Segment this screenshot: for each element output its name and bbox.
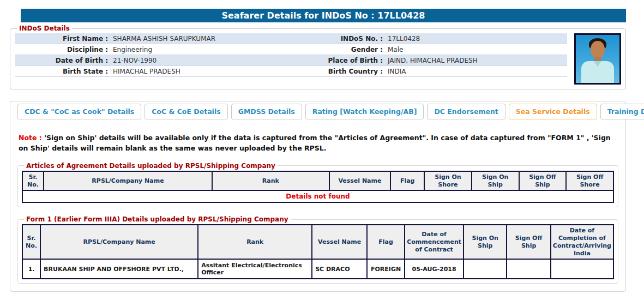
field-value: 21-NOV-1990 [112, 57, 304, 64]
indos-detail-row: Discipline :EngineeringGender :Male [15, 44, 567, 55]
column-header: Sign Off Shore [566, 171, 613, 191]
column-header: Sr. No. [22, 225, 40, 259]
field-value: HIMACHAL PRADESH [112, 68, 304, 75]
note-body: 'Sign on Ship' details will be available… [19, 134, 611, 152]
sea-service-panel: CDC & "CoC as Cook" DetailsCoC & CoE Det… [10, 101, 626, 292]
tab-bar: CDC & "CoC as Cook" DetailsCoC & CoE Det… [17, 104, 618, 119]
indos-detail-rows: First Name :SHARMA ASHISH SARUPKUMARINDo… [15, 33, 567, 77]
indos-details-legend: INDoS Details [17, 25, 72, 32]
field-label: Discipline : [15, 46, 112, 53]
field-label: Date of Birth : [15, 57, 112, 64]
seafarer-photo [574, 33, 621, 85]
column-header: RPSL/Company Name [40, 225, 198, 259]
page-title-bar: Seafarer Details for INDoS No : 17LL0428 [21, 9, 626, 22]
column-header: Sign Off Ship [519, 171, 567, 191]
column-header: Sign On Shore [424, 171, 472, 191]
tab-label: Training Details [607, 107, 644, 116]
tab-label: CDC & "CoC as Cook" Details [25, 107, 134, 116]
field-label: Birth Country : [304, 68, 387, 75]
field-label: First Name : [15, 35, 112, 43]
no-details-message: Details not found [22, 190, 613, 202]
field-label: Birth State : [15, 68, 112, 75]
indos-details-section: INDoS Details First Name :SHARMA ASHISH … [10, 25, 626, 89]
field-value: 17LL0428 [387, 35, 567, 43]
tab-training-details[interactable]: Training Details [600, 104, 644, 119]
table-cell: 1. [22, 259, 40, 279]
field-value: INDIA [387, 68, 567, 75]
tab-gmdss-details[interactable]: GMDSS Details [231, 104, 302, 119]
table-cell: 05-AUG-2018 [405, 259, 464, 279]
tab-sea-service-details[interactable]: Sea Service Details [509, 104, 597, 119]
agreement-details-legend: Articles of Agreement Details uploaded b… [24, 162, 278, 170]
table-cell: FOREIGN [367, 259, 405, 279]
table-cell [507, 259, 550, 279]
column-header: RPSL/Company Name [44, 171, 212, 191]
tab-label: Rating [Watch Keeping/AB] [312, 107, 417, 116]
note-text: Note : 'Sign on Ship' details will be av… [19, 133, 617, 154]
agreement-empty-row: Details not found [22, 190, 613, 202]
column-header: Flag [367, 225, 405, 259]
field-value: Engineering [112, 46, 304, 53]
tab-label: GMDSS Details [238, 107, 295, 116]
tab-label: Sea Service Details [516, 107, 590, 116]
indos-details-body: First Name :SHARMA ASHISH SARUPKUMARINDo… [15, 32, 621, 85]
table-cell [464, 259, 507, 279]
form1-table: Sr. No.RPSL/Company NameRankVessel NameF… [22, 224, 614, 279]
column-header: Sign On Ship [464, 225, 507, 259]
field-value: Male [387, 46, 567, 53]
agreement-table-header-row: Sr. No.RPSL/Company NameRankVessel NameF… [22, 171, 613, 191]
column-header: Sign On Ship [472, 171, 519, 191]
tab-dc-endorsement[interactable]: DC Endorsement [427, 104, 505, 119]
field-label: Place of Birth : [304, 57, 387, 64]
table-cell: BRUKAAN SHIP AND OFFSHORE PVT LTD., [40, 259, 198, 279]
indos-detail-row: Date of Birth :21-NOV-1990Place of Birth… [15, 55, 567, 66]
column-header: Rank [198, 225, 312, 259]
form1-table-header-row: Sr. No.RPSL/Company NameRankVessel NameF… [22, 225, 613, 259]
agreement-details-section: Articles of Agreement Details uploaded b… [17, 162, 618, 208]
agreement-table: Sr. No.RPSL/Company NameRankVessel NameF… [22, 171, 614, 203]
field-label: Gender : [304, 46, 387, 53]
column-header: Date of Completion of Contract/Arriving … [551, 225, 613, 259]
field-value: SHARMA ASHISH SARUPKUMAR [112, 35, 304, 43]
tab-label: CoC & CoE Details [152, 107, 220, 116]
column-header: Rank [212, 171, 329, 191]
column-header: Sr. No. [22, 171, 44, 191]
table-row: 1.BRUKAAN SHIP AND OFFSHORE PVT LTD.,Ass… [22, 259, 613, 279]
tab-cdc-coc-as-cook-details[interactable]: CDC & "CoC as Cook" Details [17, 104, 141, 119]
tab-label: DC Endorsement [434, 107, 498, 116]
field-label: INDoS No. : [304, 35, 387, 43]
column-header: Vessel Name [329, 171, 391, 191]
note-label: Note : [19, 134, 42, 142]
indos-detail-row: Birth State :HIMACHAL PRADESHBirth Count… [15, 66, 567, 77]
table-cell: SC DRACO [312, 259, 367, 279]
tab-rating-watch-keeping-ab[interactable]: Rating [Watch Keeping/AB] [305, 104, 424, 119]
tab-coc-coe-details[interactable]: CoC & CoE Details [145, 104, 227, 119]
table-cell [551, 259, 613, 279]
column-header: Date of Commencement of Contract [405, 225, 464, 259]
table-cell: Assitant Electrical/Electronics Officer [198, 259, 312, 279]
column-header: Sign Off Ship [507, 225, 550, 259]
indos-detail-row: First Name :SHARMA ASHISH SARUPKUMARINDo… [15, 33, 567, 44]
form1-details-section: Form 1 (Earlier Form IIIA) Details uploa… [17, 215, 618, 284]
page-title: Seafarer Details for INDoS No : 17LL0428 [221, 10, 425, 21]
column-header: Vessel Name [312, 225, 367, 259]
column-header: Flag [390, 171, 424, 191]
field-value: JAIND, HIMACHAL PRADESH [387, 57, 567, 64]
form1-details-legend: Form 1 (Earlier Form IIIA) Details uploa… [24, 215, 291, 223]
